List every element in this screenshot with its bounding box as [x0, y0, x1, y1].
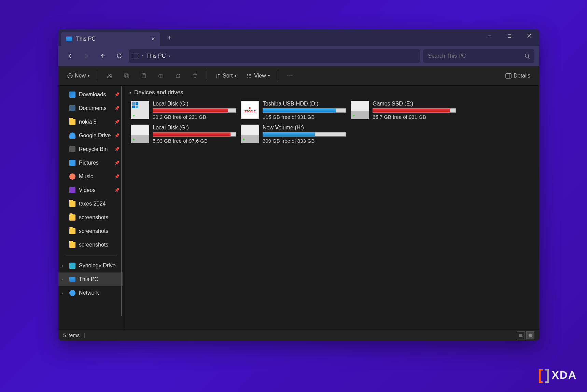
svg-rect-1	[508, 34, 511, 38]
paste-button[interactable]	[136, 69, 151, 83]
breadcrumb-this-pc[interactable]: This PC	[146, 53, 166, 59]
folder-icon	[69, 201, 75, 207]
rename-icon	[158, 73, 164, 79]
divider	[98, 70, 98, 81]
details-button[interactable]: Details	[501, 69, 534, 83]
view-button[interactable]: View ▾	[242, 69, 274, 83]
scrollbar[interactable]	[121, 86, 122, 316]
divider	[207, 70, 207, 81]
search-input[interactable]	[428, 53, 525, 59]
video-icon	[69, 187, 75, 193]
tiles-view-button[interactable]	[526, 331, 534, 339]
sidebar-item-taxes-2024[interactable]: taxes 2024	[58, 197, 123, 211]
back-button[interactable]	[63, 49, 77, 63]
drive-item[interactable]: ESTOR E Toshiba USB-HDD (D:) 115 GB free…	[239, 99, 347, 121]
ellipsis-icon	[287, 75, 293, 77]
sidebar-item-music[interactable]: Music 📌	[58, 170, 123, 183]
sidebar-item-label: Documents	[79, 105, 107, 111]
rename-button[interactable]	[153, 69, 168, 83]
chevron-right-icon[interactable]: ›	[62, 277, 63, 281]
close-tab-icon[interactable]: ✕	[151, 36, 155, 42]
refresh-button[interactable]	[112, 49, 126, 63]
drive-usage-bar	[153, 132, 236, 137]
drive-name: Games SSD (E:)	[373, 101, 456, 107]
content-area[interactable]: ▾ Devices and drives Local Disk (C:) 20,…	[123, 86, 539, 330]
group-header-devices[interactable]: ▾ Devices and drives	[129, 89, 533, 96]
status-item-count: 5 items	[63, 332, 80, 338]
sidebar-item-recycle-bin[interactable]: Recycle Bin 📌	[58, 142, 123, 156]
search-icon[interactable]	[525, 53, 530, 59]
sidebar-item-documents[interactable]: Documents 📌	[58, 101, 123, 115]
folder-icon	[69, 228, 75, 234]
view-icon	[247, 73, 252, 79]
sidebar-item-synology-drive[interactable]: › Synology Drive	[58, 259, 123, 272]
drives-grid: Local Disk (C:) 20,2 GB free of 231 GB E…	[129, 99, 533, 145]
chevron-right-icon[interactable]: ›	[62, 291, 63, 295]
chevron-down-icon: ▾	[88, 74, 89, 78]
sidebar-item-nokia-8[interactable]: nokia 8 📌	[58, 115, 123, 129]
drive-info: Local Disk (C:) 20,2 GB free of 231 GB	[153, 101, 236, 120]
sidebar-item-label: screenshots	[79, 228, 108, 234]
sidebar-item-label: screenshots	[79, 214, 108, 221]
tab-content: This PC	[66, 36, 96, 42]
watermark-text: XDA	[551, 369, 577, 381]
drive-item[interactable]: Games SSD (E:) 65,7 GB free of 931 GB	[349, 99, 457, 121]
details-view-button[interactable]	[517, 331, 525, 339]
sidebar-item-downloads[interactable]: Downloads 📌	[58, 88, 123, 101]
copy-button[interactable]	[119, 69, 134, 83]
sidebar-item-label: screenshots	[79, 242, 108, 248]
new-tab-button[interactable]: ＋	[166, 33, 172, 42]
chevron-right-icon[interactable]: ›	[168, 53, 170, 59]
maximize-button[interactable]	[500, 29, 519, 43]
svg-point-9	[108, 76, 109, 78]
window-controls	[480, 29, 539, 43]
pin-icon: 📌	[114, 188, 120, 193]
sort-button[interactable]: Sort ▾	[211, 69, 240, 83]
forward-button[interactable]	[80, 49, 93, 63]
drive-item[interactable]: Local Disk (G:) 5,93 GB free of 97,6 GB	[129, 123, 237, 145]
watermark: [ ] XDA	[538, 367, 577, 383]
chevron-right-icon[interactable]: ›	[142, 53, 143, 59]
cut-button[interactable]	[102, 69, 117, 83]
pin-icon: 📌	[114, 147, 120, 152]
tab-this-pc[interactable]: This PC ✕	[61, 32, 160, 46]
drive-free-text: 5,93 GB free of 97,6 GB	[153, 138, 236, 144]
drive-free-text: 309 GB free of 833 GB	[263, 138, 346, 144]
sidebar-item-google-drive[interactable]: Google Drive 📌	[58, 129, 123, 142]
more-button[interactable]	[282, 69, 297, 83]
sidebar-item-screenshots[interactable]: screenshots	[58, 224, 123, 238]
drive-usage-bar	[263, 132, 346, 137]
address-bar[interactable]: › This PC ›	[129, 49, 420, 63]
sidebar-item-network[interactable]: › Network	[58, 286, 123, 300]
drive-item[interactable]: New Volume (H:) 309 GB free of 833 GB	[239, 123, 347, 145]
share-icon	[175, 73, 181, 79]
led-icon	[243, 139, 244, 140]
new-button[interactable]: New ▾	[63, 69, 94, 83]
led-icon	[133, 115, 135, 116]
delete-button[interactable]	[187, 69, 202, 83]
svg-rect-28	[506, 73, 511, 78]
share-button[interactable]	[170, 69, 185, 83]
folder-icon	[69, 242, 75, 248]
sidebar-item-screenshots[interactable]: screenshots	[58, 211, 123, 224]
close-button[interactable]	[519, 29, 539, 43]
up-button[interactable]	[96, 49, 110, 63]
drive-name: New Volume (H:)	[263, 125, 346, 131]
drive-info: Games SSD (E:) 65,7 GB free of 931 GB	[373, 101, 456, 120]
sort-icon	[215, 73, 221, 79]
arrow-right-icon	[83, 53, 89, 59]
drive-usage-bar	[153, 108, 236, 113]
sidebar-item-videos[interactable]: Videos 📌	[58, 183, 123, 197]
view-label: View	[254, 73, 266, 79]
drive-item[interactable]: Local Disk (C:) 20,2 GB free of 231 GB	[129, 99, 237, 121]
navigation-pane: Downloads 📌 Documents 📌 nokia 8 📌 Google…	[58, 86, 123, 330]
search-box[interactable]	[423, 49, 534, 63]
svg-point-26	[289, 75, 290, 76]
sidebar-item-pictures[interactable]: Pictures 📌	[58, 156, 123, 170]
sidebar-item-label: This PC	[79, 276, 98, 282]
sidebar-item-this-pc[interactable]: › This PC	[58, 272, 123, 286]
minimize-button[interactable]	[480, 29, 500, 43]
sidebar-item-screenshots[interactable]: screenshots	[58, 238, 123, 252]
drive-icon	[351, 101, 369, 119]
chevron-right-icon[interactable]: ›	[62, 264, 63, 268]
